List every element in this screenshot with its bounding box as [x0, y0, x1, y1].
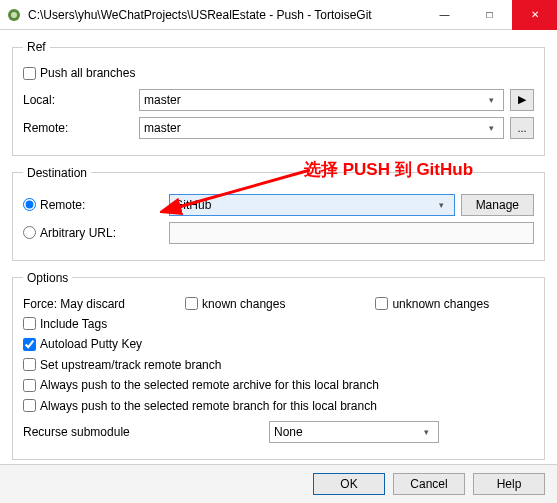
options-legend: Options: [23, 271, 72, 285]
app-icon: [6, 7, 22, 23]
ref-legend: Ref: [23, 40, 50, 54]
chevron-down-icon: ▾: [418, 427, 434, 437]
help-button-label: Help: [497, 477, 522, 491]
cancel-button[interactable]: Cancel: [393, 473, 465, 495]
unknown-changes-checkbox[interactable]: unknown changes: [375, 297, 489, 311]
chevron-down-icon: ▾: [483, 95, 499, 105]
push-all-branches-label: Push all branches: [40, 66, 135, 80]
set-upstream-input[interactable]: [23, 358, 36, 371]
cancel-button-label: Cancel: [410, 477, 447, 491]
include-tags-checkbox[interactable]: Include Tags: [23, 317, 107, 331]
minimize-button[interactable]: —: [422, 0, 467, 30]
chevron-down-icon: ▾: [434, 200, 450, 210]
include-tags-label: Include Tags: [40, 317, 107, 331]
recurse-value: None: [274, 425, 303, 439]
dest-remote-radio-input[interactable]: [23, 198, 36, 211]
titlebar: C:\Users\yhu\WeChatProjects\USRealEstate…: [0, 0, 557, 30]
recurse-label: Recurse submodule: [23, 425, 263, 439]
set-upstream-label: Set upstream/track remote branch: [40, 358, 221, 372]
maximize-button[interactable]: □: [467, 0, 512, 30]
window-title: C:\Users\yhu\WeChatProjects\USRealEstate…: [28, 8, 422, 22]
ok-button[interactable]: OK: [313, 473, 385, 495]
ellipsis-icon: ...: [517, 122, 526, 134]
always-archive-input[interactable]: [23, 379, 36, 392]
recurse-combo[interactable]: None ▾: [269, 421, 439, 443]
force-label: Force: May discard: [23, 297, 125, 311]
push-all-branches-input[interactable]: [23, 67, 36, 80]
unknown-changes-input[interactable]: [375, 297, 388, 310]
include-tags-input[interactable]: [23, 317, 36, 330]
known-changes-input[interactable]: [185, 297, 198, 310]
close-button[interactable]: ✕: [512, 0, 557, 30]
arbitrary-url-radio-label: Arbitrary URL:: [40, 226, 116, 240]
manage-button-label: Manage: [476, 198, 519, 212]
remote-ref-label: Remote:: [23, 121, 133, 135]
autoload-putty-input[interactable]: [23, 338, 36, 351]
arbitrary-url-radio-input[interactable]: [23, 226, 36, 239]
manage-button[interactable]: Manage: [461, 194, 534, 216]
set-upstream-checkbox[interactable]: Set upstream/track remote branch: [23, 358, 221, 372]
known-changes-checkbox[interactable]: known changes: [185, 297, 285, 311]
always-branch-label: Always push to the selected remote branc…: [40, 399, 377, 413]
dialog-content: Ref Push all branches Local: master ▾ ▶ …: [0, 30, 557, 460]
arbitrary-url-radio[interactable]: Arbitrary URL:: [23, 226, 133, 240]
remote-branch-value: master: [144, 121, 181, 135]
destination-group: Destination Remote: GitHub ▾ Manage Arbi…: [12, 166, 545, 261]
local-branch-combo[interactable]: master ▾: [139, 89, 504, 111]
always-archive-checkbox[interactable]: Always push to the selected remote archi…: [23, 378, 379, 392]
destination-legend: Destination: [23, 166, 91, 180]
dest-remote-radio-label: Remote:: [40, 198, 85, 212]
footer: OK Cancel Help: [0, 464, 557, 503]
local-browse-button[interactable]: ▶: [510, 89, 534, 111]
dest-remote-combo[interactable]: GitHub ▾: [169, 194, 455, 216]
dest-remote-value: GitHub: [174, 198, 211, 212]
chevron-down-icon: ▾: [483, 123, 499, 133]
dest-remote-radio[interactable]: Remote:: [23, 198, 133, 212]
autoload-putty-label: Autoload Putty Key: [40, 337, 142, 351]
local-label: Local:: [23, 93, 133, 107]
autoload-putty-checkbox[interactable]: Autoload Putty Key: [23, 337, 142, 351]
always-branch-input[interactable]: [23, 399, 36, 412]
svg-point-1: [11, 12, 17, 18]
remote-branch-combo[interactable]: master ▾: [139, 117, 504, 139]
always-archive-label: Always push to the selected remote archi…: [40, 378, 379, 392]
options-group: Options Force: May discard known changes…: [12, 271, 545, 461]
help-button[interactable]: Help: [473, 473, 545, 495]
always-branch-checkbox[interactable]: Always push to the selected remote branc…: [23, 399, 377, 413]
play-icon: ▶: [518, 93, 526, 106]
known-changes-label: known changes: [202, 297, 285, 311]
unknown-changes-label: unknown changes: [392, 297, 489, 311]
push-all-branches-checkbox[interactable]: Push all branches: [23, 66, 135, 80]
local-branch-value: master: [144, 93, 181, 107]
remote-browse-button[interactable]: ...: [510, 117, 534, 139]
ok-button-label: OK: [340, 477, 357, 491]
ref-group: Ref Push all branches Local: master ▾ ▶ …: [12, 40, 545, 156]
arbitrary-url-field[interactable]: [169, 222, 534, 244]
